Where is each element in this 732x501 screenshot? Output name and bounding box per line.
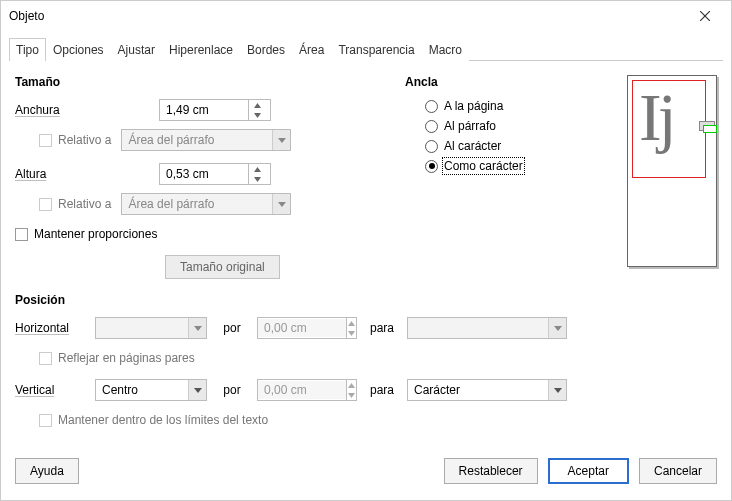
svg-marker-3 bbox=[254, 113, 261, 118]
tab-tipo[interactable]: Tipo bbox=[9, 38, 46, 61]
vertical-by-spinner bbox=[257, 379, 357, 401]
close-icon bbox=[700, 11, 710, 21]
ok-button[interactable]: Aceptar bbox=[548, 458, 629, 484]
tab-opciones[interactable]: Opciones bbox=[46, 38, 111, 61]
chevron-down-icon bbox=[188, 380, 206, 400]
help-button[interactable]: Ayuda bbox=[15, 458, 79, 484]
vertical-to-select[interactable]: Carácter bbox=[407, 379, 567, 401]
to-label-v: para bbox=[367, 383, 397, 397]
vertical-label: Vertical bbox=[15, 383, 85, 397]
vertical-select[interactable]: Centro bbox=[95, 379, 207, 401]
by-label-v: por bbox=[217, 383, 247, 397]
height-up[interactable] bbox=[249, 164, 266, 174]
tab-strip: Tipo Opciones Ajustar Hiperenlace Bordes… bbox=[9, 37, 723, 61]
keep-ratio-checkbox[interactable] bbox=[15, 228, 28, 241]
height-relative-select: Área del párrafo bbox=[121, 193, 291, 215]
svg-marker-12 bbox=[194, 388, 202, 393]
height-spinner[interactable] bbox=[159, 163, 271, 185]
tab-area[interactable]: Área bbox=[292, 38, 331, 61]
chevron-down-icon bbox=[188, 318, 206, 338]
to-label-h: para bbox=[367, 321, 397, 335]
svg-marker-7 bbox=[278, 202, 286, 207]
width-label: Anchura bbox=[15, 103, 105, 117]
height-relative-label: Relativo a bbox=[58, 197, 111, 211]
horizontal-select bbox=[95, 317, 207, 339]
window-title: Objeto bbox=[9, 9, 44, 23]
svg-marker-2 bbox=[254, 103, 261, 108]
chevron-down-icon bbox=[548, 380, 566, 400]
chevron-down-icon bbox=[272, 130, 290, 150]
horizontal-by-input bbox=[258, 319, 346, 337]
vertical-by-input bbox=[258, 381, 346, 399]
width-relative-label: Relativo a bbox=[58, 133, 111, 147]
tab-transparencia[interactable]: Transparencia bbox=[331, 38, 421, 61]
svg-marker-14 bbox=[348, 393, 355, 398]
by-label-h: por bbox=[217, 321, 247, 335]
svg-marker-9 bbox=[348, 321, 355, 326]
original-size-button[interactable]: Tamaño original bbox=[165, 255, 280, 279]
mirror-label: Reflejar en páginas pares bbox=[58, 351, 195, 365]
width-down[interactable] bbox=[249, 110, 266, 120]
chevron-down-icon bbox=[272, 194, 290, 214]
height-relative-value: Área del párrafo bbox=[122, 195, 272, 213]
follow-flow-label: Mantener dentro de los límites del texto bbox=[58, 413, 268, 427]
svg-marker-13 bbox=[348, 383, 355, 388]
width-relative-value: Área del párrafo bbox=[122, 131, 272, 149]
width-input[interactable] bbox=[160, 101, 248, 119]
position-heading: Posición bbox=[15, 293, 717, 307]
svg-marker-11 bbox=[554, 326, 562, 331]
svg-marker-8 bbox=[194, 326, 202, 331]
width-relative-select: Área del párrafo bbox=[121, 129, 291, 151]
reset-button[interactable]: Restablecer bbox=[444, 458, 538, 484]
svg-marker-15 bbox=[554, 388, 562, 393]
height-input[interactable] bbox=[160, 165, 248, 183]
close-button[interactable] bbox=[685, 4, 725, 28]
height-relative-checkbox[interactable] bbox=[39, 198, 52, 211]
tab-hiperenlace[interactable]: Hiperenlace bbox=[162, 38, 240, 61]
keep-ratio-label: Mantener proporciones bbox=[34, 227, 157, 241]
horizontal-label: Horizontal bbox=[15, 321, 85, 335]
titlebar: Objeto bbox=[1, 1, 731, 31]
horizontal-to-select bbox=[407, 317, 567, 339]
chevron-down-icon bbox=[548, 318, 566, 338]
width-relative-checkbox[interactable] bbox=[39, 134, 52, 147]
svg-marker-4 bbox=[278, 138, 286, 143]
tab-macro[interactable]: Macro bbox=[422, 38, 469, 61]
svg-marker-5 bbox=[254, 167, 261, 172]
height-label: Altura bbox=[15, 167, 105, 181]
mirror-checkbox bbox=[39, 352, 52, 365]
height-down[interactable] bbox=[249, 174, 266, 184]
width-up[interactable] bbox=[249, 100, 266, 110]
horizontal-by-spinner bbox=[257, 317, 357, 339]
cancel-button[interactable]: Cancelar bbox=[639, 458, 717, 484]
anchor-preview: Ij bbox=[627, 75, 717, 267]
tab-bordes[interactable]: Bordes bbox=[240, 38, 292, 61]
size-heading: Tamaño bbox=[15, 75, 405, 89]
svg-marker-10 bbox=[348, 331, 355, 336]
svg-marker-6 bbox=[254, 177, 261, 182]
width-spinner[interactable] bbox=[159, 99, 271, 121]
tab-ajustar[interactable]: Ajustar bbox=[111, 38, 162, 61]
follow-flow-checkbox bbox=[39, 414, 52, 427]
